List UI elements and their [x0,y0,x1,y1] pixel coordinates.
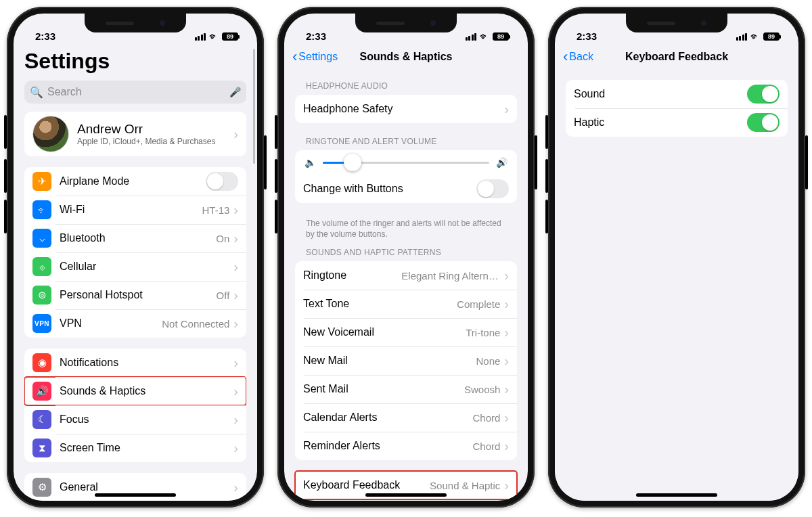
pattern-row-new-mail[interactable]: New Mail None › [295,346,517,375]
chevron-left-icon: ‹ [563,49,568,64]
row-value: None [476,355,503,367]
search-placeholder: Search [47,86,82,98]
scrollbar[interactable] [253,49,255,164]
pattern-row-sent-mail[interactable]: Sent Mail Swoosh › [295,375,517,403]
pattern-row-ringtone[interactable]: Ringtone Elegant Ring Alternative / Cle…… [295,261,517,290]
change-buttons-footer: The volume of the ringer and alerts will… [284,214,528,245]
notch [355,14,457,32]
settings-row-focus[interactable]: ☾Focus› [24,405,246,434]
chevron-right-icon: › [232,384,238,398]
row-label: Text Tone [303,298,349,310]
chevron-right-icon: › [232,441,238,455]
cellular-signal-icon [195,33,206,41]
row-label: New Voicemail [303,326,374,338]
settings-row-airplane-mode[interactable]: ✈Airplane Mode [24,167,246,196]
chevron-right-icon: › [232,288,238,302]
chevron-left-icon: ‹ [292,49,297,64]
kbd-feedback-row-haptic[interactable]: Haptic [566,108,788,137]
settings-row-cellular[interactable]: ⟐Cellular› [24,252,246,281]
row-value: Chord [472,412,503,424]
section-header-headphone: HEADPHONE AUDIO [284,70,528,95]
headphone-safety-row[interactable]: Headphone Safety › [295,95,517,123]
chevron-right-icon: › [503,478,509,492]
back-button[interactable]: ‹ Back [563,49,593,64]
sounds-icon: 🔊 [32,382,51,401]
row-value: On [216,233,232,244]
row-label: Sound [574,88,605,100]
row-value: Tri-tone [466,327,503,338]
chevron-right-icon: › [232,413,238,426]
row-toggle[interactable] [206,172,238,191]
home-indicator[interactable] [365,493,447,497]
change-with-buttons-row[interactable]: Change with Buttons [295,175,517,203]
pattern-row-reminder-alerts[interactable]: Reminder Alerts Chord › [295,432,517,460]
pattern-row-calendar-alerts[interactable]: Calendar Alerts Chord › [295,403,517,432]
page-title: Settings [14,43,257,76]
row-label: Calendar Alerts [303,411,377,424]
chevron-right-icon: › [503,411,509,424]
battery-icon: 89 [493,32,509,41]
screentime-icon: ⧗ [32,439,51,457]
settings-row-vpn[interactable]: VPNVPNNot Connected› [24,309,246,338]
row-label: Sent Mail [303,383,348,395]
search-input[interactable]: 🔍 Search 🎤 [24,81,246,104]
volume-slider-row[interactable]: 🔈 🔊 [295,150,517,175]
mic-icon[interactable]: 🎤 [229,87,241,97]
settings-row-wi-fi[interactable]: ᯤWi-FiHT-13› [24,196,246,224]
chevron-right-icon: › [232,317,238,330]
pattern-row-text-tone[interactable]: Text Tone Complete › [295,290,517,318]
speaker-loud-icon: 🔊 [496,157,508,168]
status-time: 2:33 [306,30,326,42]
bluetooth-icon: ⌵ [32,229,51,248]
apple-id-row[interactable]: Andrew Orr Apple ID, iCloud+, Media & Pu… [24,112,246,156]
chevron-right-icon: › [232,231,238,245]
settings-row-sounds-haptics[interactable]: 🔊Sounds & Haptics› [24,377,246,405]
change-buttons-toggle[interactable] [476,179,509,198]
back-button[interactable]: ‹ Settings [292,49,338,64]
settings-row-bluetooth[interactable]: ⌵BluetoothOn› [24,224,246,252]
notifications-icon: ◉ [32,353,51,372]
cellular-icon: ⟐ [32,257,51,276]
speaker-quiet-icon: 🔈 [304,157,316,168]
slider-thumb[interactable] [344,154,361,171]
pattern-row-new-voicemail[interactable]: New Voicemail Tri-tone › [295,318,517,346]
cellular-signal-icon [736,33,748,41]
row-label: Ringtone [303,269,346,282]
keyboard-feedback-value: Sound & Haptic [430,480,503,491]
vpn-icon: VPN [32,314,51,333]
phone-keyboard-feedback: 2:33 ᯤ 89 ‹ Back Keyboard Feedback Sound… [548,7,805,508]
row-value: Off [217,290,233,301]
settings-row-screen-time[interactable]: ⧗Screen Time› [24,434,246,462]
row-label: Cellular [60,261,96,273]
row-toggle[interactable] [747,113,780,132]
chevron-right-icon: › [232,480,238,494]
chevron-right-icon: › [232,260,238,273]
row-label: General [60,481,98,493]
home-indicator[interactable] [636,493,717,497]
phone-settings-root: 2:33 ᯤ 89 Settings 🔍 Search 🎤 Andrew Orr [7,7,264,508]
nav-title: Keyboard Feedback [625,51,728,63]
keyboard-feedback-label: Keyboard Feedback [303,479,400,491]
back-label: Settings [298,51,338,63]
status-time: 2:33 [577,30,597,42]
status-time: 2:33 [35,30,55,42]
row-label: Focus [60,413,89,426]
kbd-feedback-row-sound[interactable]: Sound [566,80,788,108]
settings-row-notifications[interactable]: ◉Notifications› [24,349,246,377]
row-value: Elegant Ring Alternative / Cle… [401,270,503,282]
wifi-status-icon: ᯤ [480,31,489,42]
focus-icon: ☾ [32,410,51,429]
row-toggle[interactable] [747,85,780,104]
volume-slider[interactable] [323,162,489,164]
row-label: Screen Time [60,442,120,454]
account-name: Andrew Orr [77,122,215,137]
home-indicator[interactable] [95,493,176,497]
wifi-status-icon: ᯤ [750,31,760,42]
row-value: Complete [457,298,503,310]
notch [626,14,727,32]
battery-icon: 89 [763,32,780,41]
settings-row-personal-hotspot[interactable]: ⊚Personal HotspotOff› [24,281,246,309]
search-icon: 🔍 [30,86,43,99]
section-header-ringtone: RINGTONE AND ALERT VOLUME [284,134,528,150]
chevron-right-icon: › [503,354,509,367]
